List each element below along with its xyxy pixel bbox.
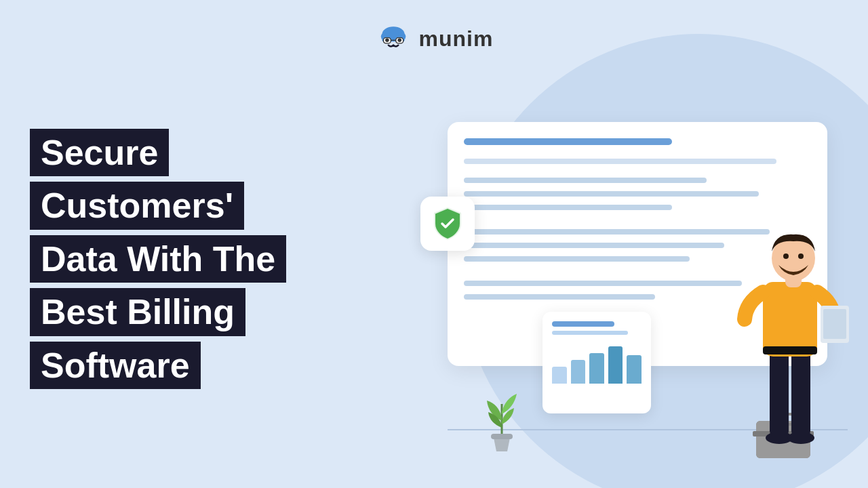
- svg-point-8: [397, 39, 401, 42]
- analytics-line-1: [552, 321, 614, 327]
- analytics-card: [542, 312, 651, 413]
- headline-line-3: Data With The: [30, 235, 286, 283]
- person-svg: [732, 201, 854, 458]
- dash-line-row-2: [464, 191, 759, 197]
- dash-line-row-5: [464, 243, 724, 248]
- munim-logo-icon: [375, 20, 412, 58]
- svg-rect-27: [763, 346, 817, 354]
- bar-chart-bar: [552, 367, 567, 384]
- headline-line-5: Software: [30, 342, 286, 389]
- svg-point-23: [783, 253, 789, 259]
- logo-text: munim: [419, 26, 494, 52]
- dash-line-row-6: [464, 256, 690, 262]
- logo-container: munim: [375, 20, 494, 58]
- svg-rect-17: [791, 350, 810, 438]
- shield-icon: [431, 206, 464, 241]
- svg-rect-26: [823, 309, 846, 339]
- bar-chart-bar: [571, 360, 586, 384]
- analytics-line-2: [552, 331, 628, 335]
- plant-svg: [475, 384, 529, 451]
- bar-chart: [552, 343, 642, 384]
- headline-line-4: Best Billing: [30, 288, 286, 336]
- bar-chart-bar: [589, 353, 604, 384]
- headline-line-2: Customers': [30, 182, 286, 229]
- person-illustration: [732, 201, 854, 461]
- svg-rect-16: [770, 350, 789, 438]
- headline-container: Secure Customers' Data With The Best Bil…: [30, 129, 286, 389]
- shield-card: [420, 197, 475, 251]
- svg-rect-20: [763, 282, 817, 357]
- svg-rect-9: [491, 434, 513, 439]
- bar-chart-bar: [608, 346, 623, 384]
- dash-line-row-1: [464, 178, 707, 183]
- dash-line-row-7: [464, 281, 742, 286]
- bar-chart-bar: [627, 355, 642, 384]
- dash-line-title-1: [464, 138, 672, 145]
- plant-illustration: [475, 384, 529, 454]
- dash-line-row-3: [464, 205, 672, 210]
- svg-point-24: [798, 253, 804, 259]
- dash-spacer: [464, 159, 776, 164]
- svg-point-7: [385, 39, 389, 42]
- svg-point-19: [787, 432, 814, 444]
- illustration-container: [380, 88, 868, 468]
- dash-line-row-4: [464, 229, 770, 235]
- headline-line-1: Secure: [30, 129, 286, 176]
- dash-line-row-8: [464, 294, 655, 300]
